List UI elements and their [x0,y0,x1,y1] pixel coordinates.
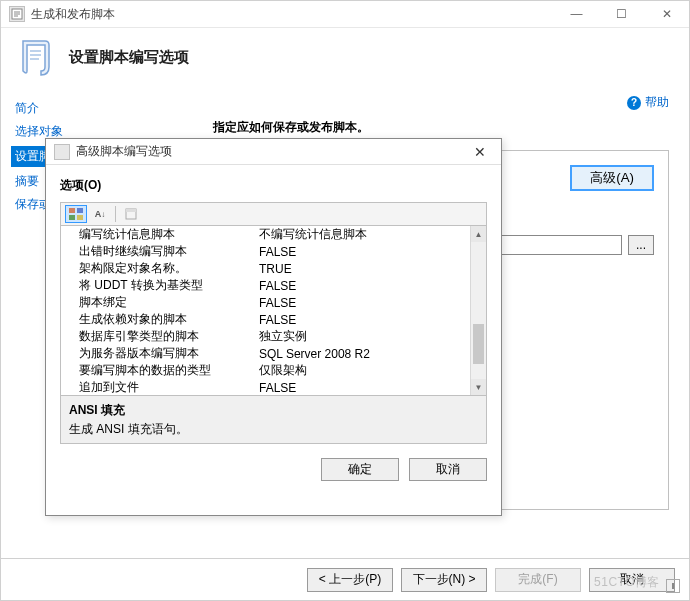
browse-button[interactable]: ... [628,235,654,255]
grid-row[interactable]: 将 UDDT 转换为基类型FALSE [61,277,470,294]
window-buttons: — ☐ ✕ [554,1,689,27]
dialog-close-button[interactable]: ✕ [459,139,501,164]
options-label: 选项(O) [60,177,487,194]
grid-row[interactable]: 编写统计信息脚本不编写统计信息脚本 [61,226,470,243]
scroll-track[interactable] [471,242,486,379]
grid-row[interactable]: 架构限定对象名称。TRUE [61,260,470,277]
grid-toolbar: A↓ [60,202,487,226]
grid-row[interactable]: 要编写脚本的数据的类型仅限架构 [61,362,470,379]
scroll-thumb[interactable] [473,324,484,364]
description-title: ANSI 填充 [69,402,478,419]
cancel-button[interactable]: 取消 [589,568,675,592]
wizard-footer: < 上一步(P) 下一步(N) > 完成(F) 取消 [1,558,689,600]
grid-row[interactable]: 生成依赖对象的脚本FALSE [61,311,470,328]
grid-row[interactable]: 出错时继续编写脚本FALSE [61,243,470,260]
app-icon [9,6,25,22]
grid-rows[interactable]: 编写统计信息脚本不编写统计信息脚本 出错时继续编写脚本FALSE 架构限定对象名… [61,226,470,395]
minimize-button[interactable]: — [554,1,599,27]
dialog-title: 高级脚本编写选项 [76,143,459,160]
next-button[interactable]: 下一步(N) > [401,568,487,592]
prev-button[interactable]: < 上一步(P) [307,568,393,592]
svg-rect-3 [69,215,75,220]
grid-row[interactable]: 为服务器版本编写脚本SQL Server 2008 R2 [61,345,470,362]
help-icon: ? [627,96,641,110]
advanced-dialog: 高级脚本编写选项 ✕ 选项(O) A↓ 编写统计信息脚本不编写统计信息脚本 出错… [45,138,502,516]
scroll-down-button[interactable]: ▼ [471,379,486,395]
grid-row[interactable]: 数据库引擎类型的脚本独立实例 [61,328,470,345]
toolbar-separator [115,206,116,222]
description-text: 生成 ANSI 填充语句。 [69,421,478,438]
categorized-button[interactable] [65,205,87,223]
dialog-buttons: 确定 取消 [60,458,487,481]
grid-scrollbar[interactable]: ▲ ▼ [470,226,486,395]
maximize-button[interactable]: ☐ [599,1,644,27]
advanced-button[interactable]: 高级(A) [570,165,654,191]
svg-rect-2 [77,208,83,213]
svg-rect-4 [77,215,83,220]
dialog-titlebar: 高级脚本编写选项 ✕ [46,139,501,165]
alphabetical-button[interactable]: A↓ [89,205,111,223]
help-link[interactable]: ? 帮助 [627,94,669,111]
window-title: 生成和发布脚本 [31,6,554,23]
grid-row[interactable]: 追加到文件FALSE [61,379,470,395]
sidebar-item-intro[interactable]: 简介 [15,100,187,117]
dialog-body: 选项(O) A↓ 编写统计信息脚本不编写统计信息脚本 出错时继续编写脚本FALS… [46,165,501,493]
help-label: 帮助 [645,94,669,111]
dialog-icon [54,144,70,160]
svg-rect-6 [126,209,136,212]
mouse-icon [666,579,680,593]
script-icon [15,37,55,77]
scroll-up-button[interactable]: ▲ [471,226,486,242]
ok-button[interactable]: 确定 [321,458,399,481]
close-button[interactable]: ✕ [644,1,689,27]
wizard-titlebar: 生成和发布脚本 — ☐ ✕ [1,1,689,28]
description-box: ANSI 填充 生成 ANSI 填充语句。 [60,396,487,444]
svg-rect-1 [69,208,75,213]
finish-button: 完成(F) [495,568,581,592]
instruction-text: 指定应如何保存或发布脚本。 [213,119,669,136]
watermark-area [666,579,680,593]
property-grid: 编写统计信息脚本不编写统计信息脚本 出错时继续编写脚本FALSE 架构限定对象名… [60,226,487,396]
property-pages-button[interactable] [120,205,142,223]
wizard-header: 设置脚本编写选项 [1,28,689,86]
grid-row[interactable]: 脚本绑定FALSE [61,294,470,311]
dialog-cancel-button[interactable]: 取消 [409,458,487,481]
page-title: 设置脚本编写选项 [69,48,189,67]
